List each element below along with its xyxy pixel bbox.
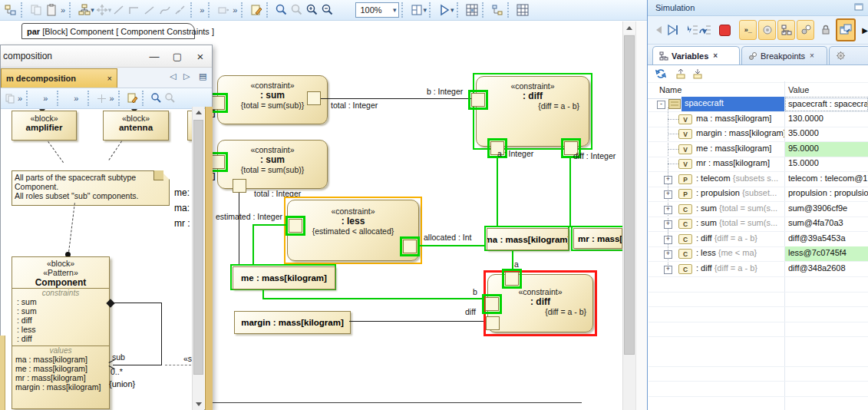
table-row[interactable]: - spacecraft spacecraft : spacecraf — [649, 97, 868, 112]
row-value-cell[interactable]: 130.0000 — [788, 114, 868, 123]
tab-close-icon[interactable]: × — [713, 51, 718, 60]
table-row[interactable]: + C : less {me < ma} less@7c0745f4 — [649, 246, 868, 262]
step-into-button[interactable] — [685, 22, 698, 38]
zoom-region-icon[interactable] — [150, 91, 163, 106]
part-mr[interactable]: mr : mass[ — [573, 228, 622, 249]
port-diff2[interactable] — [486, 316, 500, 330]
collapse-all-icon[interactable] — [691, 67, 705, 81]
tab-variables[interactable]: Variables × — [652, 46, 740, 64]
scroll-up-button[interactable] — [623, 21, 635, 34]
association-line[interactable] — [161, 303, 162, 365]
connector-diff-mr[interactable] — [569, 158, 571, 227]
tab-list-icon[interactable]: ▤ — [199, 71, 206, 81]
expand-toggle[interactable]: + — [664, 220, 672, 229]
constraint-item[interactable]: : sum — [12, 297, 109, 306]
expand-all-icon[interactable] — [674, 67, 688, 81]
scroll-down-button[interactable] — [193, 398, 204, 410]
row-value-cell[interactable]: propulsion : propulsion — [788, 188, 868, 197]
dependency-matrix-icon[interactable] — [464, 2, 480, 18]
validation-marker-stripe[interactable] — [635, 21, 647, 410]
run-button[interactable] — [665, 22, 678, 38]
note-edit-icon[interactable] — [126, 91, 140, 106]
maximize-button[interactable]: ▢ — [166, 51, 189, 62]
row-value-cell-highlighted[interactable]: less@7c0745f4 — [785, 246, 868, 261]
zoom-out-icon[interactable] — [320, 2, 335, 18]
value-item[interactable]: mr : mass[kilogram] — [12, 373, 109, 382]
overflow-chevron-icon[interactable]: » — [231, 5, 239, 15]
scrollbar-thumb[interactable] — [193, 120, 203, 375]
zoom-in-icon[interactable] — [305, 2, 320, 18]
table-row[interactable]: + C : sum {total = sum(s... sum@3906cf9e — [649, 202, 868, 217]
row-value-cell[interactable]: diff@39a5453a — [788, 233, 868, 243]
row-value-cell-highlighted[interactable]: 95.0000 — [785, 142, 868, 157]
refresh-icon[interactable] — [654, 67, 668, 81]
connector-estimated-v[interactable] — [252, 224, 254, 266]
connector-margin-diff[interactable] — [349, 321, 486, 322]
tab-close-icon[interactable]: × — [103, 74, 117, 83]
table-row[interactable]: + C : diff {diff = a - b} diff@348a2608 — [649, 262, 868, 277]
constraint-item[interactable]: : less — [12, 325, 109, 334]
tab-partial[interactable] — [829, 46, 868, 64]
nav-back-icon[interactable]: ◁ — [170, 71, 176, 81]
overflow-chevron-icon[interactable]: » — [16, 94, 24, 103]
overflow-chevron-icon[interactable]: » — [59, 5, 67, 15]
connector-estimated-h[interactable] — [252, 224, 287, 226]
row-name[interactable]: : propulsion {subset... — [696, 188, 784, 197]
note-edit-icon[interactable] — [249, 2, 264, 18]
structure-map-icon[interactable] — [490, 2, 505, 18]
structure-diagram-icon[interactable] — [77, 2, 92, 18]
decomposition-canvas[interactable]: «block» amplifier «block» antenna All pa… — [1, 109, 192, 410]
row-name[interactable]: : diff {diff = a - b} — [696, 263, 784, 273]
note[interactable]: All parts of the spacecraft subtype Comp… — [12, 170, 170, 206]
panel-float-icon[interactable] — [854, 3, 863, 12]
close-button[interactable]: × — [189, 50, 212, 63]
constraint-block-diff1[interactable]: «constraint» : diff {diff = a - b} — [476, 76, 589, 147]
row-name-selected[interactable]: spacecraft — [682, 97, 784, 111]
matrix-icon[interactable] — [515, 2, 530, 18]
tab-close-icon[interactable]: × — [810, 51, 814, 60]
column-header-name[interactable]: Name — [659, 85, 682, 94]
port-a2-highlighted[interactable] — [502, 269, 522, 289]
expand-toggle[interactable]: + — [664, 266, 672, 274]
paste-icon[interactable] — [44, 2, 59, 18]
minimize-button[interactable]: — — [143, 51, 166, 62]
row-value-cell[interactable]: diff@348a2608 — [788, 263, 868, 273]
row-value-cell[interactable]: telecom : telecom@17 — [788, 174, 868, 183]
part-ma[interactable]: ma : mass[kilogram] — [487, 228, 569, 250]
combobox-caret-icon[interactable]: ▾ — [393, 6, 397, 14]
column-header-value[interactable]: Value — [788, 85, 809, 94]
port-b2-highlighted[interactable] — [482, 294, 502, 314]
toggle-variables-button[interactable] — [777, 20, 795, 40]
part-me[interactable]: me : mass[kilogram] — [233, 266, 335, 289]
association-line[interactable] — [114, 303, 162, 303]
association-line[interactable] — [113, 365, 162, 365]
table-row[interactable]: V ma : mass[kilogram] 130.0000 — [649, 112, 868, 127]
table-row[interactable]: + C : diff {diff = a - b} diff@39a5453a — [649, 232, 868, 247]
step-over-button[interactable] — [698, 22, 711, 38]
table-row[interactable]: V mr : mass[kilogram] 15.0000 — [649, 157, 868, 172]
zoom-region-icon[interactable] — [274, 2, 289, 18]
tab-decomposition[interactable]: m decomposition × — [1, 68, 117, 88]
connector-b[interactable] — [321, 98, 473, 99]
connector-total[interactable] — [239, 193, 239, 266]
port-total[interactable] — [233, 179, 246, 193]
toggle-console-button[interactable]: »_ — [739, 20, 757, 40]
window-titlebar[interactable]: composition — ▢ × — [1, 45, 212, 68]
row-name[interactable]: mr : mass[kilogram] — [696, 158, 784, 167]
expand-toggle[interactable]: + — [664, 206, 672, 214]
containment-tree-icon[interactable] — [3, 2, 18, 18]
row-name[interactable]: : telecom {subsets s... — [696, 174, 784, 183]
port-allocated-highlighted[interactable] — [400, 236, 420, 256]
value-item[interactable]: me : mass[kilogram] — [12, 364, 109, 373]
row-name[interactable]: : sum {total = sum(s... — [696, 218, 784, 227]
block-amplifier[interactable]: «block» amplifier — [12, 111, 77, 141]
constraint-item[interactable]: : sum — [12, 306, 109, 316]
scrollbar-thumb[interactable] — [624, 35, 635, 355]
constraint-item[interactable]: : diff — [12, 316, 109, 325]
row-value-cell[interactable]: sum@3906cf9e — [788, 203, 868, 213]
expand-toggle[interactable]: + — [664, 250, 672, 259]
row-value-cell[interactable]: spacecraft : spacecraf — [785, 97, 868, 111]
diagram-frame-tab[interactable]: par [Block] Component [ Component Constr… — [21, 23, 195, 39]
expand-toggle[interactable]: + — [664, 236, 672, 244]
overflow-chevron-icon[interactable]: » — [41, 94, 49, 103]
